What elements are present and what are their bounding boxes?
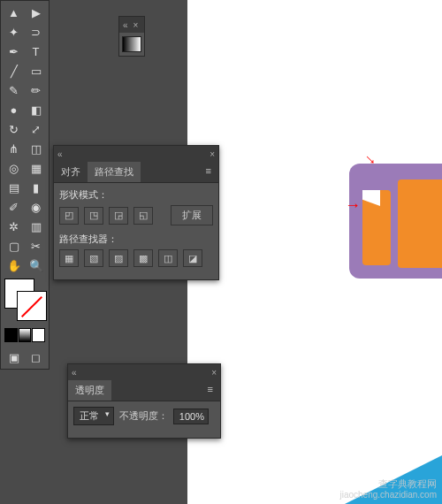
gradient-tool[interactable]: ▮ [25, 178, 47, 197]
pencil-tool[interactable]: ✏ [25, 80, 47, 100]
selection-tool[interactable]: ▲ [3, 3, 25, 22]
outline-button[interactable]: ◫ [158, 249, 178, 267]
symbol-sprayer-tool[interactable]: ✲ [3, 217, 25, 236]
close-icon[interactable]: × [133, 20, 139, 30]
blob-brush-tool[interactable]: ● [3, 100, 25, 119]
tab-pathfinder[interactable]: 路径查找 [88, 162, 141, 182]
color-mode-none[interactable] [32, 328, 45, 342]
shape-builder-tool[interactable]: ◎ [3, 158, 25, 178]
hand-tool[interactable]: ✋ [3, 256, 25, 275]
crop-button[interactable]: ▩ [133, 249, 153, 267]
blend-mode-select[interactable]: 正常 [73, 407, 114, 425]
orange-rect-large[interactable] [398, 179, 442, 268]
orange-rect-small[interactable] [362, 190, 391, 265]
scale-tool[interactable]: ⤢ [25, 119, 47, 139]
color-mode-gradient[interactable] [19, 328, 32, 342]
watermark: 查字典教程网 jiaocheng.chazidian.com [339, 478, 437, 500]
collapse-icon[interactable]: « [72, 368, 77, 378]
intersect-button[interactable]: ◲ [109, 207, 128, 225]
shape-mode-label: 形状模式： [59, 188, 213, 202]
close-icon[interactable]: × [211, 368, 217, 378]
watermark-line2: jiaocheng.chazidian.com [339, 490, 437, 500]
unite-button[interactable]: ◰ [59, 207, 79, 225]
rectangle-tool[interactable]: ▭ [25, 61, 47, 80]
trim-button[interactable]: ▧ [84, 249, 103, 267]
pathfinder-panel: « × 对齐 路径查找 ≡ 形状模式： ◰ ◳ ◲ ◱ 扩展 路径查找器： ▦ … [53, 145, 219, 280]
slice-tool[interactable]: ✂ [25, 236, 47, 256]
paintbrush-tool[interactable]: ✎ [3, 80, 25, 100]
pen-tool[interactable]: ✒ [3, 42, 25, 61]
eyedropper-tool[interactable]: ✐ [3, 197, 25, 217]
tab-align[interactable]: 对齐 [54, 162, 88, 182]
transparency-panel: « × 透明度 ≡ 正常 不透明度： [67, 363, 221, 439]
direct-selection-tool[interactable]: ▶ [25, 3, 47, 22]
collapse-icon[interactable]: « [57, 149, 63, 159]
annotation-arrow-2: → [345, 196, 361, 215]
collapsed-panel-gradient[interactable]: « × [118, 16, 145, 57]
graph-tool[interactable]: ▥ [25, 217, 47, 236]
gradient-icon[interactable] [122, 36, 141, 52]
pathfinder-label: 路径查找器： [59, 233, 213, 246]
artboard-tool[interactable]: ▢ [3, 236, 25, 256]
lasso-tool[interactable]: ⊃ [25, 22, 47, 42]
color-swatch-area [4, 279, 45, 323]
mesh-tool[interactable]: ▤ [3, 178, 25, 197]
watermark-line1: 查字典教程网 [339, 478, 437, 490]
stroke-swatch[interactable] [17, 291, 47, 321]
type-tool[interactable]: T [25, 42, 47, 61]
exclude-button[interactable]: ◱ [133, 207, 153, 225]
divide-button[interactable]: ▦ [59, 249, 79, 267]
close-icon[interactable]: × [210, 149, 215, 159]
width-tool[interactable]: ⋔ [3, 139, 25, 158]
panel-menu-icon[interactable]: ≡ [199, 162, 218, 182]
minus-back-button[interactable]: ◪ [183, 249, 202, 267]
screen-mode-2[interactable]: ◻ [25, 347, 47, 367]
opacity-input[interactable] [173, 409, 209, 424]
eraser-tool[interactable]: ◧ [25, 100, 47, 119]
opacity-label: 不透明度： [119, 409, 168, 423]
blend-tool[interactable]: ◉ [25, 197, 47, 217]
minus-front-button[interactable]: ◳ [84, 207, 103, 225]
free-transform-tool[interactable]: ◫ [25, 139, 47, 158]
collapse-icon[interactable]: « [123, 20, 128, 30]
tab-transparency[interactable]: 透明度 [68, 380, 111, 401]
screen-mode[interactable]: ▣ [3, 347, 25, 367]
expand-button[interactable]: 扩展 [171, 205, 213, 225]
toolbox: ▲ ▶ ✦ ⊃ ✒ T ╱ ▭ ✎ ✏ ● ◧ ↻ ⤢ ⋔ ◫ ◎ ▦ ▤ ▮ … [0, 0, 50, 370]
zoom-tool[interactable]: 🔍 [25, 256, 47, 275]
color-mode-solid[interactable] [4, 328, 18, 342]
perspective-tool[interactable]: ▦ [25, 158, 47, 178]
rotate-tool[interactable]: ↻ [3, 119, 25, 139]
magic-wand-tool[interactable]: ✦ [3, 22, 25, 42]
panel-menu-icon[interactable]: ≡ [201, 380, 220, 401]
artwork-purple-card[interactable] [349, 164, 442, 279]
line-tool[interactable]: ╱ [3, 61, 25, 80]
panel-tabs: 对齐 路径查找 ≡ [54, 162, 218, 183]
merge-button[interactable]: ▨ [109, 249, 128, 267]
